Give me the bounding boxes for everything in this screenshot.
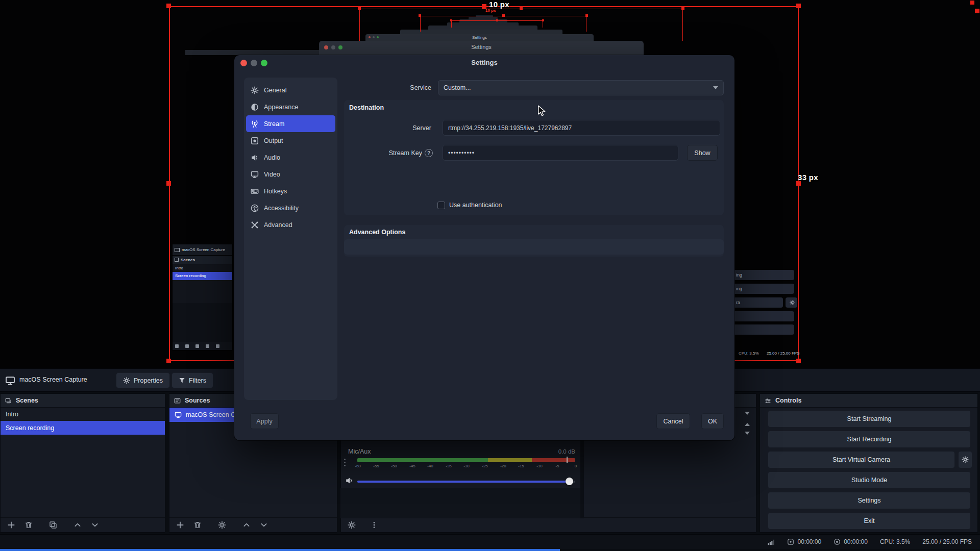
filters-button[interactable]: Filters	[172, 372, 213, 388]
scene-item-selected[interactable]: Screen recording	[1, 421, 165, 435]
bottom-accent-strip	[0, 549, 560, 551]
start-virtual-camera-button[interactable]: Start Virtual Camera	[768, 452, 954, 468]
gear-icon	[251, 86, 259, 94]
remove-source-icon[interactable]	[193, 521, 202, 529]
remove-scene-icon[interactable]	[24, 521, 33, 529]
speaker-icon	[251, 154, 259, 162]
monitor-icon	[175, 411, 182, 418]
meter-tick: -55	[370, 464, 383, 468]
meter-tick: -25	[478, 464, 492, 468]
mixer-expand-icon[interactable]	[745, 412, 750, 415]
destination-header: Destination	[349, 104, 384, 111]
mixer-db-value: 0.0 dB	[533, 448, 575, 455]
studio-mode-button[interactable]: Studio Mode	[768, 472, 970, 488]
advanced-options-header: Advanced Options	[349, 229, 405, 236]
virtual-camera-config-button[interactable]	[959, 452, 972, 468]
mini-toolbar-icon	[216, 344, 219, 348]
controls-dock-icon	[765, 397, 771, 404]
sidebar-item-advanced[interactable]: Advanced	[246, 216, 335, 233]
sidebar-item-audio[interactable]: Audio	[246, 149, 335, 166]
volume-meter-indicator	[567, 457, 568, 463]
mixer-settings-icon[interactable]	[348, 521, 356, 529]
mini-controls-fragment	[734, 324, 794, 335]
selection-handle-top-right[interactable]	[796, 4, 801, 8]
sidebar-item-video[interactable]: Video	[246, 166, 335, 183]
exit-button[interactable]: Exit	[768, 513, 970, 529]
source-properties-icon[interactable]	[218, 521, 226, 529]
selection-handle-bottom-left[interactable]	[166, 359, 171, 363]
meter-tick: -45	[406, 464, 419, 468]
mini-controls-fragment: ra	[734, 297, 783, 308]
mixer-menu-icon[interactable]	[370, 521, 378, 529]
meter-tick: -30	[460, 464, 473, 468]
scenes-dock-header[interactable]: Scenes	[1, 394, 165, 408]
gap-label-top-mini: 10 px	[485, 8, 496, 13]
accessibility-icon	[251, 204, 259, 212]
scene-item[interactable]: Intro	[1, 408, 165, 421]
mini-controls-fragment: ing	[734, 284, 794, 294]
volume-meter	[357, 458, 575, 462]
scenes-dock-icon	[5, 397, 12, 404]
selection-handle-mid-right[interactable]	[796, 181, 801, 186]
sidebar-item-general[interactable]: General	[246, 82, 335, 98]
move-scene-down-icon[interactable]	[91, 521, 99, 529]
server-input[interactable]	[443, 120, 720, 136]
use-auth-label: Use authentication	[449, 202, 502, 209]
record-status-icon	[834, 538, 841, 545]
add-source-icon[interactable]	[176, 521, 184, 529]
mixer-dock-toolbar	[341, 517, 756, 532]
start-recording-button[interactable]: Start Recording	[768, 431, 970, 447]
speaker-icon[interactable]	[345, 477, 353, 485]
use-auth-checkbox[interactable]	[437, 202, 445, 209]
mini-scene-item: Intro	[173, 264, 232, 272]
stream-status-icon	[787, 538, 794, 545]
help-icon[interactable]: ?	[425, 149, 433, 157]
properties-button[interactable]: Properties	[116, 372, 170, 388]
mini-toolbar-icon	[206, 344, 209, 348]
mini-scenes-title: Scenes	[181, 258, 195, 262]
controls-dock-header[interactable]: Controls	[760, 394, 977, 408]
add-scene-icon[interactable]	[7, 521, 15, 529]
selection-handle-bottom-right[interactable]	[796, 359, 801, 363]
sidebar-item-stream[interactable]: Stream	[246, 115, 335, 132]
sidebar-item-accessibility[interactable]: Accessibility	[246, 199, 335, 216]
meter-tick: -60	[351, 464, 364, 468]
service-select[interactable]: Custom...	[438, 80, 724, 95]
sidebar-item-appearance[interactable]: Appearance	[246, 98, 335, 115]
mini-cpu-label: CPU: 3.5%	[739, 351, 759, 356]
stream-key-input[interactable]	[443, 145, 678, 161]
output-icon	[251, 137, 259, 145]
filter-icon	[179, 377, 185, 384]
start-streaming-button[interactable]: Start Streaming	[768, 411, 970, 427]
mixer-scroll-down-icon[interactable]	[745, 432, 750, 435]
selection-handle-top-left[interactable]	[166, 4, 171, 8]
obs-main-window: Settings Settings	[0, 0, 980, 551]
controls-dock: Controls Start Streaming Start Recording…	[760, 393, 978, 533]
mini-fps-label: 25.00 / 25.00 FPS	[767, 351, 800, 356]
ok-button[interactable]: OK	[701, 413, 724, 429]
move-source-up-icon[interactable]	[242, 521, 251, 529]
move-scene-up-icon[interactable]	[74, 521, 82, 529]
selection-handle-mid-left[interactable]	[166, 181, 171, 186]
settings-button[interactable]: Settings	[768, 492, 970, 509]
meter-tick: -5	[551, 464, 564, 468]
screen-corner-handle	[970, 1, 974, 5]
sidebar-item-hotkeys[interactable]: Hotkeys	[246, 183, 335, 199]
show-key-button[interactable]: Show	[687, 145, 718, 161]
mixer-scroll-up-icon[interactable]	[745, 423, 750, 426]
move-source-down-icon[interactable]	[260, 521, 268, 529]
screen-corner-handle	[975, 9, 979, 13]
scene-filters-icon[interactable]	[49, 521, 57, 529]
volume-slider-knob[interactable]	[566, 478, 573, 485]
sidebar-item-output[interactable]: Output	[246, 132, 335, 149]
mixer-empty-area	[340, 488, 580, 518]
keyboard-icon	[251, 187, 259, 195]
mini-source-name: macOS Screen Capture	[182, 247, 225, 252]
cancel-button[interactable]: Cancel	[656, 413, 690, 429]
mixer-drag-handle-icon[interactable]	[344, 459, 346, 466]
meter-tick: -35	[442, 464, 455, 468]
apply-button[interactable]: Apply	[250, 413, 279, 429]
gear-icon	[123, 377, 130, 384]
source-monitor-icon	[5, 375, 15, 386]
mini-dock-icon	[175, 258, 179, 262]
